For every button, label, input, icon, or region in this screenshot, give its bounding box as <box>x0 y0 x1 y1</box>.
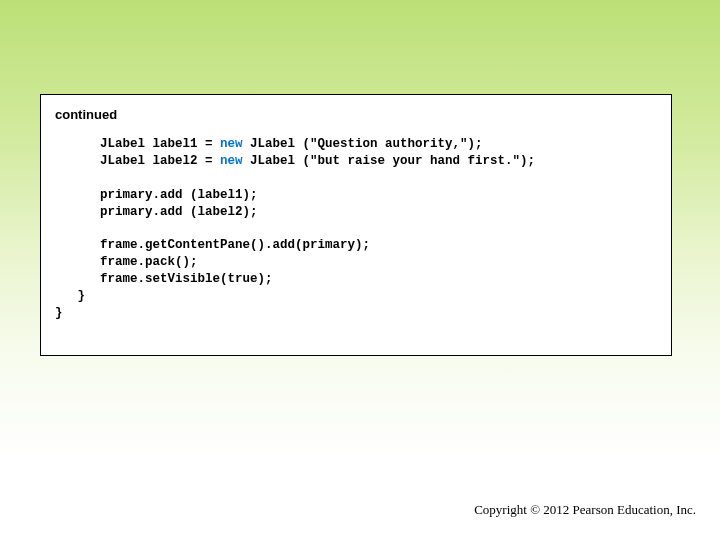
code-line-5: frame.getContentPane().add(primary); <box>55 238 370 252</box>
code-line-9: } <box>55 306 63 320</box>
code-line-6: frame.pack(); <box>55 255 198 269</box>
code-block: JLabel label1 = new JLabel ("Question au… <box>55 136 657 322</box>
copyright-text: Copyright © 2012 Pearson Education, Inc. <box>474 502 696 518</box>
code-panel: continued JLabel label1 = new JLabel ("Q… <box>40 94 672 356</box>
code-line-4: primary.add (label2); <box>55 205 258 219</box>
code-line-7: frame.setVisible(true); <box>55 272 273 286</box>
code-line-3: primary.add (label1); <box>55 188 258 202</box>
continued-label: continued <box>55 107 657 122</box>
code-line-2: JLabel label2 = new JLabel ("but raise y… <box>55 154 535 168</box>
code-line-1: JLabel label1 = new JLabel ("Question au… <box>55 137 483 151</box>
code-line-8: } <box>55 289 85 303</box>
